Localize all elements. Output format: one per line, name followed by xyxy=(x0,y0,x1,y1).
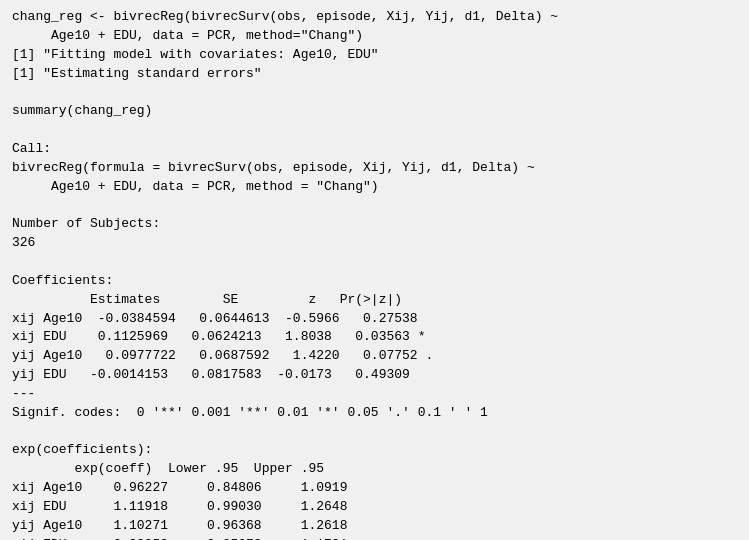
console-output: chang_reg <- bivrecReg(bivrecSurv(obs, e… xyxy=(12,8,737,540)
